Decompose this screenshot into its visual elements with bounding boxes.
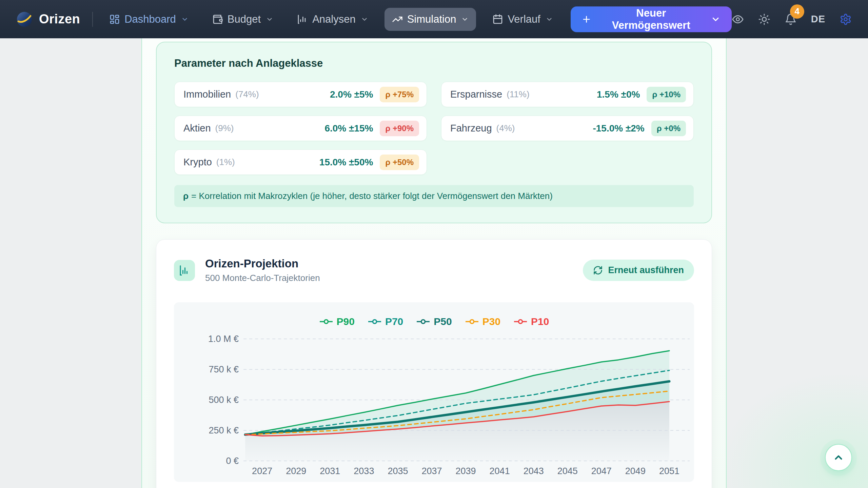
- projection-chart: P90P70P50P30P10 0 €250 k €500 k €750 k €…: [174, 302, 694, 482]
- x-axis-label: 2029: [286, 466, 306, 476]
- nav-item-analysen[interactable]: Analysen: [290, 8, 376, 31]
- legend-item-p50[interactable]: P50: [416, 316, 452, 327]
- x-axis-label: 2041: [490, 466, 510, 476]
- parameters-grid: Immobilien (74%) 2.0% ±5% ρ +75% Ersparn…: [174, 82, 694, 175]
- correlation-badge: ρ +90%: [380, 121, 419, 136]
- chevron-down-icon: [266, 16, 273, 23]
- rerun-button[interactable]: Erneut ausführen: [583, 260, 694, 281]
- scroll-to-top-button[interactable]: [825, 444, 852, 471]
- theme-toggle-button[interactable]: [758, 13, 770, 25]
- orizen-logo-icon: [16, 11, 33, 27]
- x-axis-label: 2037: [421, 466, 442, 476]
- asset-name: Ersparnisse: [450, 89, 502, 100]
- main-menu: Dashboard Budget Analysen Simulation: [102, 8, 560, 31]
- y-axis-label: 1.0 M €: [208, 334, 239, 344]
- nav-item-simulation[interactable]: Simulation: [384, 8, 476, 31]
- brand-name: Orizen: [39, 12, 80, 26]
- x-axis-label: 2039: [456, 466, 476, 476]
- asset-return-value: 6.0% ±15%: [324, 123, 373, 134]
- legend-label: P70: [385, 316, 403, 327]
- asset-share: (1%): [216, 157, 235, 167]
- correlation-badge: ρ +10%: [647, 87, 686, 102]
- note-text: = Korrelation mit Makrozyklen (je höher,…: [191, 191, 553, 201]
- asset-share: (4%): [496, 123, 515, 134]
- nav-separator: [92, 12, 93, 27]
- x-axis-label: 2043: [524, 466, 544, 476]
- correlation-badge: ρ +50%: [380, 155, 419, 170]
- legend-label: P30: [482, 316, 500, 327]
- legend-item-p70[interactable]: P70: [368, 316, 403, 327]
- asset-row-fahrzeug: Fahrzeug (4%) -15.0% ±2% ρ +0%: [441, 116, 694, 141]
- asset-name: Krypto: [183, 157, 212, 168]
- legend-item-p10[interactable]: P10: [513, 316, 549, 327]
- locale-switcher[interactable]: DE: [811, 14, 825, 25]
- eye-icon: [732, 13, 744, 25]
- nav-label-simulation: Simulation: [407, 13, 456, 25]
- nav-item-verlauf[interactable]: Verlauf: [485, 8, 560, 31]
- legend-label: P10: [531, 316, 549, 327]
- top-nav: Orizen Dashboard Budget Analysen: [0, 0, 868, 38]
- x-axis-label: 2033: [354, 466, 374, 476]
- asset-row-krypto: Krypto (1%) 15.0% ±50% ρ +50%: [174, 149, 427, 175]
- legend-marker: [319, 319, 333, 324]
- chevron-down-icon: [546, 16, 553, 23]
- legend-label: P50: [434, 316, 452, 327]
- projection-card: Orizen-Projektion 500 Monte-Carlo-Trajek…: [156, 239, 712, 488]
- nav-label-verlauf: Verlauf: [508, 13, 540, 25]
- asset-row-ersparnisse: Ersparnisse (11%) 1.5% ±0% ρ +10%: [441, 82, 694, 107]
- y-axis-label: 500 k €: [209, 395, 239, 405]
- projection-title: Orizen-Projektion: [205, 257, 320, 270]
- rerun-label: Erneut ausführen: [608, 265, 684, 276]
- asset-name: Immobilien: [183, 89, 231, 100]
- legend-marker: [368, 319, 382, 324]
- asset-name: Fahrzeug: [450, 123, 492, 134]
- x-axis-label: 2027: [252, 466, 272, 476]
- projection-icon-box: [174, 260, 195, 281]
- legend-item-p30[interactable]: P30: [465, 316, 500, 327]
- sun-icon: [758, 13, 770, 25]
- legend-marker: [465, 319, 479, 324]
- legend-item-p90[interactable]: P90: [319, 316, 355, 327]
- chevron-down-icon: [181, 16, 189, 23]
- x-axis-label: 2047: [591, 466, 612, 476]
- correlation-badge: ρ +75%: [380, 87, 419, 102]
- y-axis-label: 0 €: [226, 456, 239, 466]
- asset-row-immobilien: Immobilien (74%) 2.0% ±5% ρ +75%: [174, 82, 427, 107]
- nav-item-budget[interactable]: Budget: [205, 8, 281, 31]
- page-background: Parameter nach Anlageklasse Immobilien (…: [0, 38, 868, 488]
- settings-button[interactable]: [840, 13, 852, 25]
- legend-marker: [513, 319, 528, 324]
- nav-label-analysen: Analysen: [312, 13, 356, 25]
- chevron-up-icon: [833, 452, 844, 463]
- projection-subtitle: 500 Monte-Carlo-Trajektorien: [205, 273, 320, 283]
- chevron-down-icon: [361, 16, 368, 23]
- bar-chart-icon: [297, 14, 308, 25]
- nav-right-actions: 4 DE: [732, 13, 852, 25]
- gear-icon: [840, 13, 852, 25]
- x-axis-label: 2035: [388, 466, 408, 476]
- legend-marker: [416, 319, 430, 324]
- nav-item-dashboard[interactable]: Dashboard: [102, 8, 196, 31]
- asset-share: (11%): [507, 89, 529, 100]
- brand[interactable]: Orizen: [16, 11, 80, 27]
- new-asset-label: Neuer Vermögenswert: [597, 7, 705, 32]
- notifications-button[interactable]: 4: [785, 13, 797, 25]
- chart-icon: [178, 264, 191, 277]
- asset-return-value: -15.0% ±2%: [593, 123, 644, 134]
- chart-legend: P90P70P50P30P10: [174, 316, 694, 327]
- parameters-panel: Parameter nach Anlageklasse Immobilien (…: [156, 42, 712, 223]
- x-axis-label: 2049: [625, 466, 646, 476]
- nav-label-budget: Budget: [228, 13, 261, 25]
- asset-return-value: 1.5% ±0%: [597, 89, 640, 100]
- legend-label: P90: [337, 316, 355, 327]
- projection-card-header: Orizen-Projektion 500 Monte-Carlo-Trajek…: [174, 257, 694, 283]
- parameters-title: Parameter nach Anlageklasse: [174, 57, 694, 69]
- x-axis-label: 2051: [659, 466, 679, 476]
- plus-icon: [581, 14, 591, 24]
- asset-return-value: 15.0% ±50%: [319, 157, 373, 168]
- asset-name: Aktien: [183, 123, 211, 134]
- privacy-eye-button[interactable]: [732, 13, 744, 25]
- chevron-down-icon: [711, 14, 721, 24]
- new-asset-button[interactable]: Neuer Vermögenswert: [571, 6, 732, 32]
- correlation-badge: ρ +0%: [651, 121, 686, 136]
